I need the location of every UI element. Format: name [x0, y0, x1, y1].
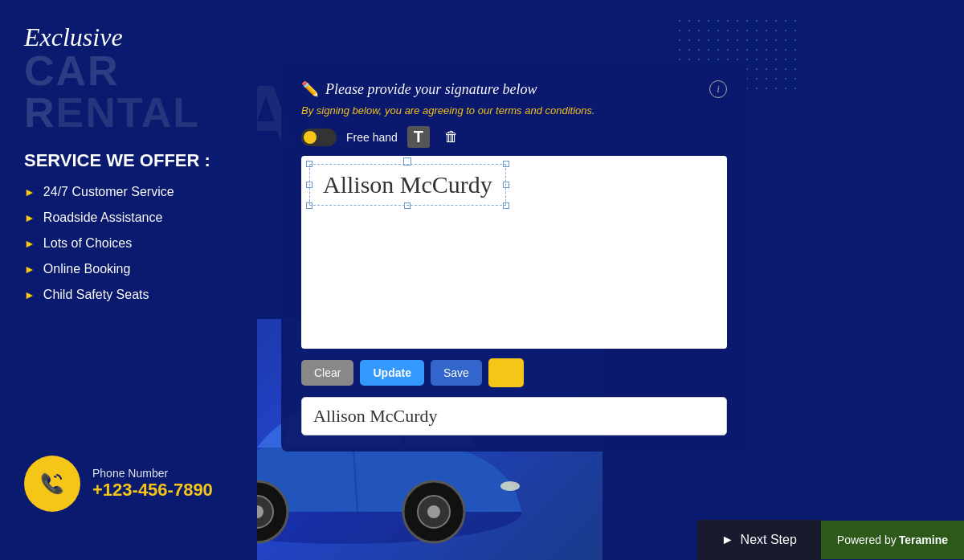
service-label-4: Online Booking — [43, 262, 131, 276]
services-section: SERVICE WE OFFER : ► 24/7 Customer Servi… — [24, 149, 233, 302]
arrow-icon-5: ► — [24, 288, 35, 301]
phone-label: Phone Number — [92, 467, 213, 480]
service-item-1: ► 24/7 Customer Service — [24, 185, 233, 199]
freehand-toggle[interactable] — [301, 129, 337, 146]
text-tool-button[interactable]: T — [407, 126, 430, 148]
signature-subtitle: By signing below, you are agreeing to ou… — [301, 104, 727, 116]
save-button[interactable]: Save — [431, 360, 482, 386]
toolbar-row: Free hand T 🗑 — [301, 126, 727, 148]
signature-title: Please provide your signature below — [325, 81, 537, 98]
service-label-3: Lots of Choices — [43, 236, 132, 251]
service-label-2: Roadside Assistance — [43, 211, 163, 225]
logo-exclusive: Exclusive — [24, 24, 233, 50]
signature-panel: ✏️ Please provide your signature below i… — [281, 64, 747, 452]
next-arrow-icon: ► — [721, 533, 734, 547]
toolbar-freehand-label: Free hand — [346, 131, 398, 144]
logo-rental-faded: ENTAL — [56, 89, 200, 136]
powered-by-label: Powered by — [837, 533, 897, 546]
signature-text-input[interactable] — [301, 397, 727, 435]
arrow-icon-4: ► — [24, 263, 35, 276]
phone-number: +123-456-7890 — [92, 480, 213, 501]
color-swatch-button[interactable] — [488, 358, 524, 387]
phone-section: 📞 Phone Number +123-456-7890 — [24, 456, 213, 512]
canvas-signature-text: Allison McCurdy — [309, 164, 506, 206]
service-item-5: ► Child Safety Seats — [24, 288, 233, 302]
arrow-icon-3: ► — [24, 237, 35, 250]
logo-section: Exclusive CAR RENTAL — [24, 24, 233, 133]
signature-text-container: Allison McCurdy — [309, 164, 506, 206]
powered-by-brand: Teramine — [899, 533, 948, 546]
update-button[interactable]: Update — [360, 360, 423, 386]
main-panel: ✏️ Please provide your signature below i… — [257, 64, 964, 560]
signature-title-row: ✏️ Please provide your signature below — [301, 80, 537, 98]
phone-icon-circle: 📞 — [24, 456, 80, 512]
service-item-4: ► Online Booking — [24, 262, 233, 276]
service-item-3: ► Lots of Choices — [24, 236, 233, 251]
clear-button[interactable]: Clear — [301, 360, 353, 386]
service-item-2: ► Roadside Assistance — [24, 211, 233, 225]
phone-info: Phone Number +123-456-7890 — [92, 467, 213, 501]
arrow-icon-2: ► — [24, 211, 35, 224]
info-icon[interactable]: i — [709, 80, 727, 98]
services-title: SERVICE WE OFFER : — [24, 149, 233, 173]
powered-by-section: Powered by Teramine — [821, 521, 964, 559]
sidebar: Exclusive CAR RENTAL SERVICE WE OFFER : … — [0, 0, 257, 560]
service-label-5: Child Safety Seats — [43, 288, 149, 302]
next-step-label: Next Step — [741, 533, 797, 547]
logo-car-rental: CAR RENTAL — [24, 50, 233, 133]
pencil-icon: ✏️ — [301, 80, 319, 98]
bottom-bar: ► Next Step Powered by Teramine — [697, 520, 964, 560]
next-step-button[interactable]: ► Next Step — [697, 520, 821, 560]
delete-tool-button[interactable]: 🗑 — [439, 127, 464, 147]
arrow-icon-1: ► — [24, 186, 35, 198]
buttons-row: Clear Update Save — [301, 358, 727, 387]
service-label-1: 24/7 Customer Service — [43, 185, 174, 199]
signature-header: ✏️ Please provide your signature below i — [301, 80, 727, 98]
signature-canvas[interactable]: Allison McCurdy — [301, 156, 727, 349]
